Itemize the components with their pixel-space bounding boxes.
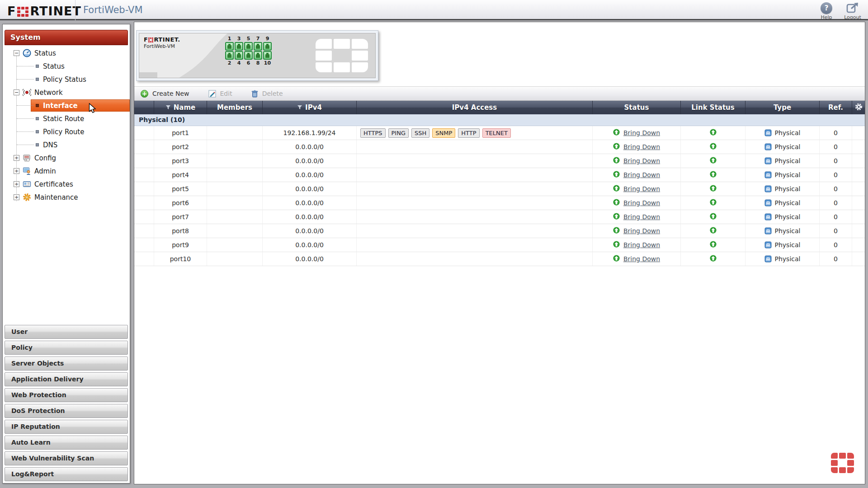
- tree-guide-line: [16, 53, 17, 201]
- table-row-port2[interactable]: port20.0.0.0/0Bring DownPhysical0: [134, 140, 865, 154]
- table-row-port7[interactable]: port70.0.0.0/0Bring DownPhysical0: [134, 210, 865, 224]
- bring-down-link[interactable]: Bring Down: [623, 157, 660, 164]
- bring-down-link[interactable]: Bring Down: [623, 255, 660, 263]
- sidebar-item-admin[interactable]: +Admin: [3, 164, 130, 178]
- sidebar-section-server-objects[interactable]: Server Objects: [5, 357, 128, 371]
- column-header-name[interactable]: Name: [154, 101, 207, 114]
- table-row-port8[interactable]: port80.0.0.0/0Bring DownPhysical0: [134, 224, 865, 238]
- cell-ref: 0: [820, 196, 852, 210]
- edit-button[interactable]: Edit: [208, 90, 232, 98]
- type-label: Physical: [775, 157, 801, 164]
- sidebar-item-policy-status[interactable]: Policy Status: [3, 73, 130, 86]
- table-row-port1[interactable]: port1192.168.1.99/24HTTPSPINGSSHSNMPHTTP…: [134, 126, 865, 140]
- expand-box-icon[interactable]: +: [14, 155, 19, 161]
- help-button[interactable]: ? Help: [814, 2, 839, 20]
- sidebar-item-dns[interactable]: DNS: [3, 138, 130, 151]
- cell-gear: [852, 140, 865, 154]
- sidebar-section-web-protection[interactable]: Web Protection: [5, 388, 128, 402]
- cell-ipv4: 0.0.0.0/0: [263, 196, 357, 210]
- bring-down-link[interactable]: Bring Down: [623, 129, 660, 136]
- delete-button[interactable]: Delete: [251, 90, 283, 98]
- cell-select: [134, 238, 154, 252]
- cell-type: Physical: [745, 168, 820, 182]
- gear-icon: [855, 103, 863, 113]
- expand-box-icon[interactable]: +: [14, 168, 19, 174]
- tree-connector: [17, 118, 34, 119]
- column-header-label: IPv4 Access: [452, 103, 497, 112]
- collapse-box-icon[interactable]: −: [14, 89, 19, 95]
- ethernet-port-icon: [254, 42, 262, 51]
- sidebar-item-policy-route[interactable]: Policy Route: [3, 125, 130, 138]
- bring-down-link[interactable]: Bring Down: [623, 227, 660, 235]
- table-row-port4[interactable]: port40.0.0.0/0Bring DownPhysical0: [134, 168, 865, 182]
- expand-box-icon[interactable]: +: [14, 194, 19, 200]
- bring-down-link[interactable]: Bring Down: [623, 199, 660, 206]
- column-header-members[interactable]: Members: [207, 101, 263, 114]
- sidebar-section-log-report[interactable]: Log&Report: [5, 467, 128, 481]
- cell-link-status: [681, 182, 745, 196]
- filter-funnel-icon: [297, 103, 302, 112]
- sidebar-item-status[interactable]: Status: [3, 60, 130, 73]
- column-header-label: Ref.: [828, 103, 843, 112]
- column-header-ref[interactable]: Ref.: [820, 101, 852, 114]
- table-row-port10[interactable]: port100.0.0.0/0Bring DownPhysical0: [134, 252, 865, 266]
- column-header-label: Type: [774, 103, 791, 112]
- admin-icon: [23, 167, 31, 175]
- bring-down-link[interactable]: Bring Down: [623, 171, 660, 178]
- sidebar-section-user[interactable]: User: [5, 325, 128, 339]
- status-up-icon: [613, 241, 620, 249]
- sidebar-section-application-delivery[interactable]: Application Delivery: [5, 372, 128, 386]
- cell-ref: 0: [820, 238, 852, 252]
- cell-status: Bring Down: [593, 126, 681, 140]
- sidebar-item-network[interactable]: −Network: [3, 86, 130, 99]
- sidebar-section-dos-protection[interactable]: DoS Protection: [5, 404, 128, 418]
- ethernet-port-icon: [225, 51, 234, 60]
- bring-down-link[interactable]: Bring Down: [623, 213, 660, 221]
- column-settings-button[interactable]: [852, 101, 865, 114]
- sidebar-section-web-vulnerability-scan[interactable]: Web Vulnerability Scan: [5, 451, 128, 465]
- create-new-button[interactable]: + Create New: [141, 90, 189, 98]
- bring-down-link[interactable]: Bring Down: [623, 185, 660, 192]
- bring-down-link[interactable]: Bring Down: [623, 241, 660, 249]
- column-header-label: Status: [624, 103, 649, 112]
- bring-down-link[interactable]: Bring Down: [623, 143, 660, 150]
- link-status-up-icon: [710, 227, 717, 235]
- sidebar-section-auto-learn[interactable]: Auto Learn: [5, 436, 128, 450]
- status-up-icon: [613, 171, 620, 179]
- collapse-box-icon[interactable]: −: [14, 50, 19, 56]
- column-header-type[interactable]: Type: [745, 101, 820, 114]
- column-header-status[interactable]: Status: [593, 101, 681, 114]
- sidebar-item-interface[interactable]: Interface: [3, 99, 130, 112]
- logout-button[interactable]: Logout: [840, 2, 865, 20]
- cell-name: port5: [154, 182, 207, 196]
- sidebar-section-ip-reputation[interactable]: IP Reputation: [5, 420, 128, 434]
- sidebar-item-maintenance[interactable]: +Maintenance: [3, 191, 130, 204]
- table-row-port5[interactable]: port50.0.0.0/0Bring DownPhysical0: [134, 182, 865, 196]
- port-numbers-top: 13579: [225, 36, 272, 42]
- column-header-ipv4-access[interactable]: IPv4 Access: [357, 101, 593, 114]
- column-header-link-status[interactable]: Link Status: [681, 101, 745, 114]
- cell-ipv4: 0.0.0.0/0: [263, 154, 357, 168]
- sidebar-item-static-route[interactable]: Static Route: [3, 112, 130, 125]
- access-badge-snmp: SNMP: [432, 128, 455, 138]
- sidebar-section-policy[interactable]: Policy: [5, 341, 128, 355]
- sidebar-item-label: Policy Status: [43, 75, 86, 84]
- sidebar-item-status[interactable]: −Status: [3, 47, 130, 60]
- cell-select: [134, 224, 154, 238]
- sidebar-item-certificates[interactable]: +Certificates: [3, 178, 130, 191]
- expand-box-icon[interactable]: +: [14, 181, 19, 187]
- cell-type: Physical: [745, 196, 820, 210]
- tree-connector: [17, 131, 34, 132]
- cell-members: [207, 182, 263, 196]
- cell-link-status: [681, 126, 745, 140]
- sidebar-item-config[interactable]: +Config: [3, 151, 130, 164]
- sidebar-section-header-system[interactable]: System: [5, 30, 128, 45]
- table-row-port6[interactable]: port60.0.0.0/0Bring DownPhysical0: [134, 196, 865, 210]
- status-up-icon: [613, 255, 620, 263]
- port-numbers-bottom: 246810: [225, 60, 272, 66]
- table-row-port3[interactable]: port30.0.0.0/0Bring DownPhysical0: [134, 154, 865, 168]
- table-row-port9[interactable]: port90.0.0.0/0Bring DownPhysical0: [134, 238, 865, 252]
- cell-gear: [852, 168, 865, 182]
- device-bezel: F RTINET. FortiWeb-VM 13579 246810: [139, 33, 376, 78]
- column-header-ipv4[interactable]: IPv4: [263, 101, 357, 114]
